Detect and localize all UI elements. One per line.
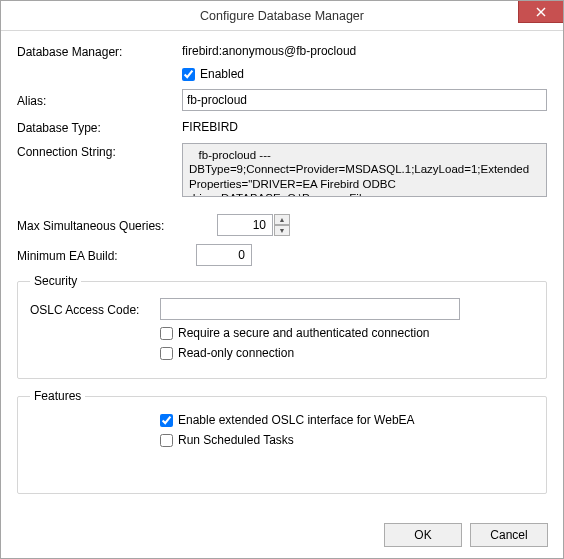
enabled-checkbox-input[interactable] [182,68,195,81]
dialog-content: Database Manager: firebird:anonymous@fb-… [1,31,563,514]
titlebar: Configure Database Manager [1,1,563,31]
max-queries-input[interactable] [217,214,273,236]
row-db-manager: Database Manager: firebird:anonymous@fb-… [17,43,547,59]
enable-oslc-webea-checkbox[interactable]: Enable extended OSLC interface for WebEA [160,413,415,427]
features-legend: Features [30,389,85,403]
label-db-manager: Database Manager: [17,43,182,59]
label-db-type: Database Type: [17,119,182,135]
security-group: Security OSLC Access Code: Require a sec… [17,274,547,379]
row-enabled: Enabled [17,67,547,81]
cancel-button[interactable]: Cancel [470,523,548,547]
label-alias: Alias: [17,92,182,108]
spinner-up-button[interactable]: ▲ [274,214,290,225]
label-conn-string: Connection String: [17,143,182,159]
alias-input[interactable] [182,89,547,111]
require-secure-checkbox-input[interactable] [160,327,173,340]
require-secure-checkbox[interactable]: Require a secure and authenticated conne… [160,326,430,340]
value-db-type: FIREBIRD [182,120,547,134]
row-alias: Alias: [17,89,547,111]
read-only-checkbox[interactable]: Read-only connection [160,346,294,360]
min-build-input[interactable] [196,244,252,266]
label-max-queries: Max Simultaneous Queries: [17,217,182,233]
label-oslc-code: OSLC Access Code: [30,301,160,317]
run-scheduled-checkbox-input[interactable] [160,434,173,447]
button-bar: OK Cancel [384,523,548,547]
ok-button[interactable]: OK [384,523,462,547]
row-read-only: Read-only connection [30,346,534,360]
value-db-manager: firebird:anonymous@fb-procloud [182,44,547,58]
close-button[interactable] [518,1,563,23]
oslc-code-input[interactable] [160,298,460,320]
row-conn-string: Connection String: [17,143,547,200]
features-group: Features Enable extended OSLC interface … [17,389,547,494]
security-legend: Security [30,274,81,288]
row-db-type: Database Type: FIREBIRD [17,119,547,135]
dialog-title: Configure Database Manager [1,9,563,23]
require-secure-label: Require a secure and authenticated conne… [178,326,430,340]
run-scheduled-checkbox[interactable]: Run Scheduled Tasks [160,433,294,447]
enabled-checkbox-label: Enabled [200,67,244,81]
enable-oslc-webea-label: Enable extended OSLC interface for WebEA [178,413,415,427]
max-queries-spinner: ▲ ▼ [274,214,290,236]
spinner-down-button[interactable]: ▼ [274,225,290,236]
enabled-checkbox[interactable]: Enabled [182,67,244,81]
row-min-build: Minimum EA Build: [17,244,547,266]
read-only-label: Read-only connection [178,346,294,360]
close-icon [536,7,546,17]
run-scheduled-label: Run Scheduled Tasks [178,433,294,447]
label-min-build: Minimum EA Build: [17,247,182,263]
row-enable-oslc-webea: Enable extended OSLC interface for WebEA [30,413,534,427]
row-run-scheduled: Run Scheduled Tasks [30,433,534,447]
row-oslc-code: OSLC Access Code: [30,298,534,320]
row-require-secure: Require a secure and authenticated conne… [30,326,534,340]
row-max-queries: Max Simultaneous Queries: ▲ ▼ [17,214,547,236]
enable-oslc-webea-checkbox-input[interactable] [160,414,173,427]
read-only-checkbox-input[interactable] [160,347,173,360]
conn-string-textarea[interactable] [182,143,547,197]
